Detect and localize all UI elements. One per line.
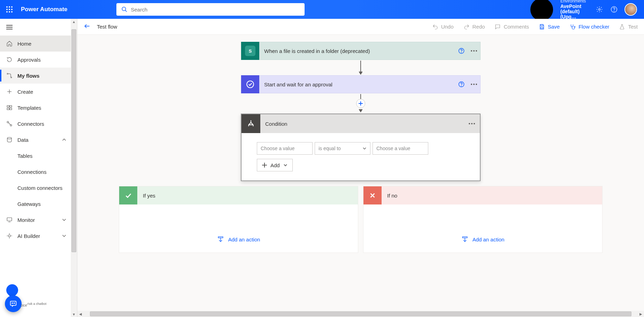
brand-title[interactable]: Power Automate: [21, 6, 68, 13]
search-input[interactable]: [131, 7, 300, 13]
account-avatar[interactable]: [624, 3, 637, 16]
trigger-step[interactable]: S When a file is created in a folder (de…: [241, 42, 481, 60]
flow-canvas[interactable]: S When a file is created in a folder (de…: [77, 35, 644, 317]
svg-point-9: [122, 7, 126, 11]
condition-operator-dropdown[interactable]: is equal to: [315, 142, 370, 155]
nav-data-tables[interactable]: Tables: [0, 148, 71, 164]
nav-connectors[interactable]: Connectors: [0, 116, 71, 132]
info-icon: [458, 48, 465, 54]
chevron-down-icon: [61, 217, 67, 223]
plus-icon: [359, 101, 363, 106]
gear-icon: [596, 6, 603, 13]
canvas-horizontal-scrollbar[interactable]: ◀ ▶: [77, 311, 644, 317]
condition-left-value[interactable]: Choose a value: [257, 142, 313, 155]
nav-data-gateways[interactable]: Gateways: [0, 196, 71, 212]
nav-my-flows[interactable]: My flows: [0, 68, 71, 84]
svg-point-48: [247, 81, 254, 88]
nav-label: Create: [17, 89, 33, 95]
comments-button[interactable]: Comments: [495, 24, 529, 30]
nav-data-custom-connectors[interactable]: Custom connectors: [0, 180, 71, 196]
insert-step-button[interactable]: [356, 99, 365, 108]
svg-rect-67: [462, 237, 467, 238]
step-title: Start and wait for an approval: [264, 82, 455, 87]
condition-add-button[interactable]: Add: [257, 159, 293, 171]
test-button[interactable]: Test: [619, 24, 638, 30]
app-launcher-button[interactable]: [0, 0, 19, 19]
svg-point-59: [471, 123, 473, 124]
svg-point-51: [471, 84, 472, 85]
global-search[interactable]: [116, 3, 305, 16]
nav-label: My flows: [17, 73, 39, 79]
step-more-button[interactable]: [464, 123, 480, 124]
nav-label: Data: [17, 137, 29, 143]
svg-point-36: [14, 303, 15, 303]
nav-label: AI Builder: [17, 233, 40, 239]
svg-rect-26: [7, 108, 9, 110]
svg-point-53: [476, 84, 477, 85]
chat-icon: [9, 300, 17, 308]
svg-rect-63: [218, 237, 223, 238]
save-icon: [539, 24, 545, 30]
save-button[interactable]: Save: [539, 24, 560, 30]
svg-point-50: [461, 86, 462, 86]
step-info-button[interactable]: [455, 75, 468, 93]
condition-right-value[interactable]: Choose a value: [373, 142, 428, 155]
svg-point-8: [11, 11, 13, 13]
sharepoint-icon: S: [241, 42, 259, 60]
svg-point-45: [476, 50, 477, 52]
svg-point-42: [461, 52, 462, 53]
flask-icon: [619, 24, 625, 30]
left-nav-scrollbar[interactable]: ▲ ▼: [71, 19, 77, 317]
nav-label: Monitor: [17, 217, 35, 223]
nav-ai-builder[interactable]: AI Builder: [0, 228, 71, 244]
svg-point-4: [9, 9, 10, 10]
templates-icon: [6, 105, 13, 111]
help-button[interactable]: [610, 5, 618, 14]
nav-data[interactable]: Data: [0, 132, 71, 148]
help-icon: [611, 6, 618, 13]
connectors-icon: [6, 121, 13, 127]
svg-point-30: [7, 137, 12, 139]
ai-icon: [6, 233, 13, 239]
chatbot-button[interactable]: [5, 295, 22, 312]
flow-checker-button[interactable]: Flow checker: [569, 24, 609, 30]
step-more-button[interactable]: [468, 75, 480, 93]
condition-step[interactable]: Condition Choose a value is equal to: [241, 114, 481, 181]
step-more-button[interactable]: [468, 42, 480, 60]
branch-title: If no: [387, 193, 397, 199]
svg-rect-38: [541, 24, 543, 26]
nav-approvals[interactable]: Approvals: [0, 52, 71, 68]
svg-rect-31: [7, 218, 12, 221]
chevron-down-icon: [362, 146, 367, 150]
chevron-up-icon: [61, 137, 67, 143]
svg-point-16: [614, 11, 614, 11]
svg-marker-47: [359, 72, 362, 75]
nav-create[interactable]: Create: [0, 84, 71, 100]
search-icon: [121, 6, 128, 13]
flow-icon: [6, 72, 13, 79]
step-info-button[interactable]: [455, 42, 468, 60]
svg-point-21: [11, 77, 12, 78]
add-action-yes[interactable]: Add an action: [217, 236, 260, 243]
editor-main: Test flow Undo Redo Comments Save: [77, 19, 644, 317]
undo-button[interactable]: Undo: [432, 24, 454, 30]
home-icon: [6, 40, 13, 47]
nav-monitor[interactable]: Monitor: [0, 212, 71, 228]
nav-templates[interactable]: Templates: [0, 100, 71, 116]
waffle-icon: [6, 6, 13, 13]
settings-button[interactable]: [595, 5, 604, 14]
redo-button[interactable]: Redo: [463, 24, 485, 30]
add-action-no[interactable]: Add an action: [461, 236, 505, 243]
nav-label: Approvals: [17, 57, 41, 63]
check-icon: [119, 186, 137, 204]
nav-data-connections[interactable]: Connections: [0, 164, 71, 180]
nav-collapse-button[interactable]: [0, 19, 71, 36]
undo-icon: [432, 24, 438, 30]
arrow-left-icon: [84, 23, 91, 30]
back-button[interactable]: [84, 23, 91, 31]
step-title: Condition: [265, 121, 464, 127]
svg-point-1: [9, 6, 10, 8]
nav-home[interactable]: Home: [0, 36, 71, 52]
chevron-down-icon: [283, 163, 288, 167]
chevron-down-icon: [61, 233, 67, 239]
